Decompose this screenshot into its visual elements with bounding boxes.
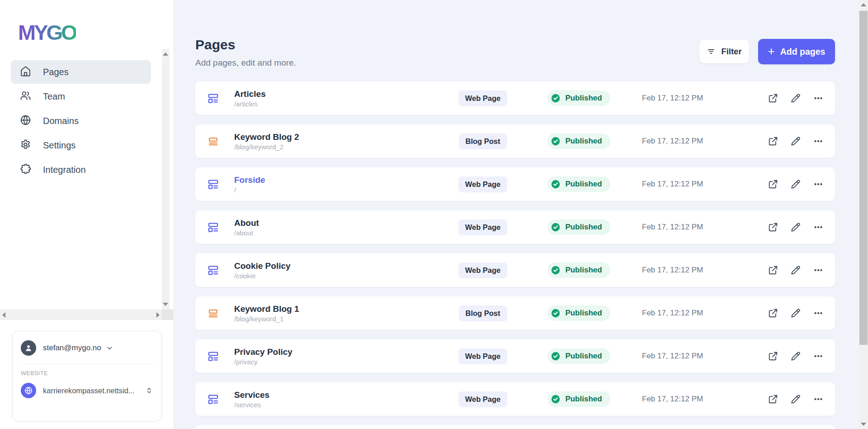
edit-page-button[interactable] [790, 178, 802, 190]
status-label: Published [565, 395, 602, 404]
mygo-logo: MYGO [18, 20, 76, 45]
edit-page-button[interactable] [790, 92, 802, 104]
web-page-icon [207, 350, 219, 362]
main-content: Pages Add pages, edit and more. Filter +… [173, 0, 868, 429]
status-label: Published [565, 94, 602, 103]
open-page-button[interactable] [767, 307, 779, 319]
sidebar-item-integration[interactable]: Integration [11, 158, 151, 181]
avatar [21, 340, 36, 356]
sidebar-vertical-scrollbar[interactable] [162, 49, 170, 310]
edit-page-button[interactable] [790, 264, 802, 276]
open-page-button[interactable] [767, 264, 779, 276]
open-page-button[interactable] [767, 135, 779, 147]
page-row: About /about Web Page Published Feb 17, … [195, 210, 835, 244]
check-circle-icon [551, 222, 561, 232]
external-link-icon [768, 93, 778, 103]
sidebar-item-label: Pages [43, 67, 69, 77]
sidebar-item-settings[interactable]: Settings [11, 133, 151, 157]
page-title-link[interactable]: Keyword Blog 1 [234, 304, 440, 315]
page-type-badge: Web Page [458, 176, 508, 192]
open-page-button[interactable] [767, 350, 779, 362]
check-circle-icon [551, 394, 561, 404]
scroll-right-arrow-icon[interactable] [156, 312, 160, 318]
sidebar-item-domains[interactable]: Domains [11, 109, 151, 133]
scroll-left-arrow-icon[interactable] [2, 312, 5, 318]
page-title-link[interactable]: Cookie Policy [234, 261, 440, 272]
open-page-button[interactable] [767, 92, 779, 104]
pencil-icon [791, 136, 801, 146]
more-options-button[interactable] [812, 307, 824, 319]
open-page-button[interactable] [767, 393, 779, 405]
page-title-link[interactable]: About [234, 218, 440, 229]
page-slug: /cookie [234, 272, 440, 280]
sidebar-item-label: Integration [43, 165, 86, 175]
edit-page-button[interactable] [790, 135, 802, 147]
open-page-button[interactable] [767, 221, 779, 233]
page-slug: /services [234, 401, 440, 409]
external-link-icon [768, 136, 778, 146]
page-type-badge: Web Page [458, 262, 508, 278]
status-badge: Published [547, 262, 610, 278]
pencil-icon [791, 308, 801, 318]
sidebar-horizontal-scrollbar[interactable] [0, 310, 162, 320]
ellipsis-icon [813, 179, 823, 189]
window-vertical-scrollbar[interactable] [859, 0, 868, 429]
external-link-icon [768, 351, 778, 361]
add-pages-button[interactable]: + Add pages [758, 39, 835, 64]
account-card: stefan@mygo.no WEBSITE karrierekompasset… [12, 331, 162, 421]
more-options-button[interactable] [812, 221, 824, 233]
more-options-button[interactable] [812, 92, 824, 104]
web-page-icon [207, 264, 219, 276]
puzzle-icon [20, 163, 31, 176]
divider [21, 363, 153, 364]
check-circle-icon [551, 265, 561, 275]
page-slug: /privacy [234, 358, 440, 366]
scroll-down-arrow-icon[interactable] [163, 303, 168, 306]
account-menu[interactable]: stefan@mygo.no [21, 340, 153, 356]
ellipsis-icon [813, 351, 823, 361]
page-type-badge: Web Page [458, 219, 508, 235]
page-type-badge: Blog Post [459, 305, 507, 321]
edit-page-button[interactable] [790, 221, 802, 233]
filter-button[interactable]: Filter [699, 40, 749, 63]
page-title: Pages [195, 37, 235, 52]
page-title-link[interactable]: Services [234, 390, 440, 400]
page-date: Feb 17, 12:12 PM [632, 137, 741, 146]
sidebar-item-pages[interactable]: Pages [11, 60, 151, 84]
page-date: Feb 17, 12:12 PM [632, 180, 741, 189]
status-label: Published [565, 309, 602, 318]
edit-page-button[interactable] [790, 307, 802, 319]
scroll-up-arrow-icon[interactable] [861, 3, 866, 6]
more-options-button[interactable] [812, 178, 824, 190]
ellipsis-icon [813, 394, 823, 404]
edit-page-button[interactable] [790, 350, 802, 362]
status-badge: Published [547, 91, 610, 106]
web-page-icon [207, 221, 219, 234]
page-subtitle: Add pages, edit and more. [195, 58, 296, 68]
check-circle-icon [551, 308, 561, 318]
page-title-link[interactable]: Keyword Blog 2 [234, 132, 440, 143]
page-title-link[interactable]: Forside [234, 175, 440, 186]
external-link-icon [768, 222, 778, 232]
sidebar-item-team[interactable]: Team [11, 85, 151, 108]
gear-icon [20, 139, 31, 152]
page-title-link[interactable]: Articles [234, 89, 440, 100]
more-options-button[interactable] [812, 350, 824, 362]
more-options-button[interactable] [812, 135, 824, 147]
edit-page-button[interactable] [790, 393, 802, 405]
website-selector[interactable]: karrierekompasset.nettsid... [21, 383, 153, 398]
page-date: Feb 17, 12:12 PM [632, 309, 741, 318]
page-title-link[interactable]: Privacy Policy [234, 347, 440, 358]
scrollbar-corner [162, 310, 173, 320]
scroll-down-arrow-icon[interactable] [861, 423, 866, 426]
external-link-icon [768, 394, 778, 404]
scrollbar-thumb[interactable] [859, 11, 868, 345]
scroll-up-arrow-icon[interactable] [163, 52, 168, 56]
more-options-button[interactable] [812, 264, 824, 276]
open-page-button[interactable] [767, 178, 779, 190]
external-link-icon [768, 179, 778, 189]
check-circle-icon [551, 93, 561, 103]
more-options-button[interactable] [812, 393, 824, 405]
sidebar-item-label: Domains [43, 116, 79, 126]
page-type-badge: Blog Post [459, 133, 507, 149]
